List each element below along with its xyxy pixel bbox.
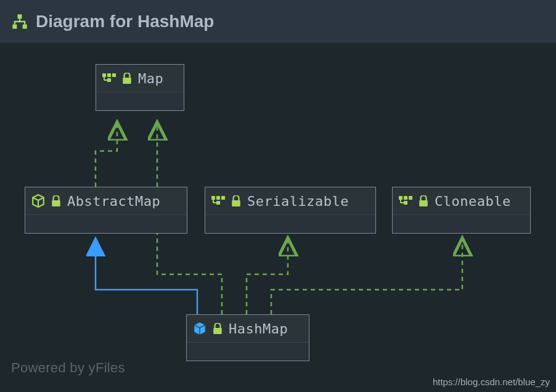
- edge-hashmap-cloneable: [271, 238, 462, 314]
- svg-rect-10: [52, 200, 60, 206]
- node-label: HashMap: [229, 321, 288, 337]
- interface-icon: [211, 195, 225, 206]
- diagram-canvas: Map AbstractMap: [0, 43, 556, 392]
- svg-rect-1: [12, 24, 17, 28]
- svg-rect-3: [102, 73, 106, 77]
- svg-rect-24: [419, 200, 428, 206]
- node-body: [393, 214, 530, 233]
- svg-rect-5: [112, 73, 116, 77]
- edge-hashmap-abstractmap: [96, 238, 197, 314]
- svg-rect-9: [123, 78, 131, 84]
- node-hashmap[interactable]: HashMap: [186, 314, 309, 361]
- svg-rect-11: [211, 196, 215, 200]
- svg-rect-20: [409, 196, 412, 200]
- node-body: [25, 214, 187, 233]
- lock-icon: [419, 195, 428, 206]
- powered-by: Powered by yFiles: [11, 360, 125, 376]
- abstract-class-icon: [31, 194, 45, 208]
- node-label: Cloneable: [435, 194, 511, 209]
- node-label: Map: [138, 71, 163, 86]
- lock-icon: [231, 195, 241, 206]
- node-label: AbstractMap: [67, 194, 160, 209]
- node-map[interactable]: Map: [96, 64, 184, 111]
- node-body: [205, 214, 375, 233]
- lock-icon: [51, 195, 61, 206]
- svg-rect-19: [404, 196, 407, 200]
- svg-rect-13: [221, 196, 225, 200]
- svg-rect-17: [232, 200, 240, 206]
- svg-rect-2: [23, 24, 27, 28]
- interface-icon: [399, 195, 412, 206]
- edge-hashmap-serializable: [247, 238, 288, 314]
- svg-rect-18: [399, 196, 403, 200]
- svg-rect-4: [107, 73, 111, 77]
- lock-icon: [213, 323, 223, 334]
- node-body: [96, 92, 184, 110]
- interface-icon: [102, 73, 116, 84]
- page-title: Diagram for HashMap: [36, 12, 214, 31]
- class-icon: [193, 322, 206, 335]
- node-body: [187, 342, 309, 361]
- node-abstractmap[interactable]: AbstractMap: [25, 187, 187, 234]
- node-label: Serializable: [247, 194, 349, 209]
- header: Diagram for HashMap: [0, 0, 556, 43]
- svg-rect-12: [216, 196, 220, 200]
- lock-icon: [122, 73, 132, 84]
- edge-abstractmap-map: [96, 122, 117, 187]
- node-serializable[interactable]: Serializable: [205, 187, 376, 234]
- svg-rect-0: [18, 14, 22, 18]
- hierarchy-icon: [11, 13, 28, 30]
- source-url: https://blog.csdn.net/blue_zy: [433, 377, 550, 387]
- svg-rect-25: [213, 328, 222, 334]
- node-cloneable[interactable]: Cloneable: [392, 187, 531, 234]
